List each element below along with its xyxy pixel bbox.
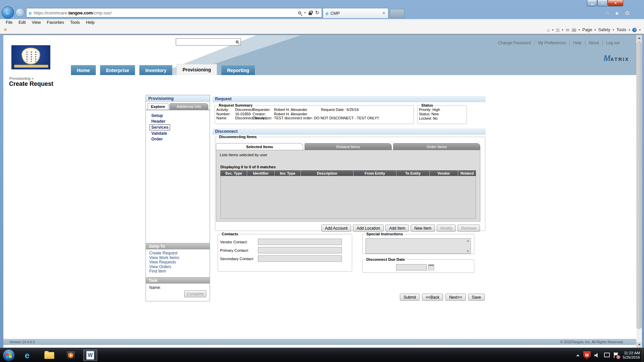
help-icon[interactable]: ? bbox=[632, 28, 637, 32]
action-center-flag-icon[interactable]: ✕ bbox=[613, 352, 619, 358]
vendor-contact-input[interactable] bbox=[258, 239, 342, 245]
forward-button[interactable]: → bbox=[15, 8, 24, 17]
rss-dropdown-icon[interactable]: ▾ bbox=[562, 28, 564, 32]
jumpto-find-item[interactable]: Find Item bbox=[149, 269, 179, 274]
jumpto-view-requests[interactable]: View Requests bbox=[149, 260, 179, 265]
scrollbar-up-button[interactable] bbox=[636, 35, 642, 41]
search-icon[interactable] bbox=[298, 11, 301, 14]
tab-reporting[interactable]: Reporting bbox=[221, 65, 255, 75]
command-home-icon[interactable]: ⌂ bbox=[547, 27, 549, 33]
volume-icon[interactable] bbox=[594, 353, 600, 358]
mail-icon[interactable]: ✉ bbox=[566, 27, 570, 33]
back-step-button[interactable]: <<Back bbox=[422, 294, 443, 301]
page-menu[interactable]: Page bbox=[582, 27, 592, 32]
due-date-input[interactable] bbox=[396, 264, 427, 270]
header-search-input[interactable] bbox=[177, 40, 236, 44]
mcafee-icon[interactable]: M bbox=[583, 351, 591, 359]
add-account-button[interactable]: Add Account bbox=[321, 225, 351, 232]
calendar-icon[interactable] bbox=[428, 264, 434, 270]
tab-home[interactable]: Home bbox=[71, 65, 96, 75]
home-icon[interactable]: ⌂ bbox=[605, 10, 609, 17]
tab-related-items[interactable]: Related Items bbox=[305, 143, 392, 150]
network-icon[interactable] bbox=[603, 353, 609, 358]
scrollbar-thumb[interactable] bbox=[637, 41, 642, 329]
rss-feed-icon[interactable] bbox=[556, 28, 559, 32]
tab-explore[interactable]: Explore bbox=[148, 103, 168, 110]
link-log-out[interactable]: Log out bbox=[602, 41, 623, 45]
back-button[interactable]: ← bbox=[2, 6, 14, 19]
tab-additional-info[interactable]: Additional Info bbox=[169, 103, 208, 110]
address-bar[interactable]: e https://commcare.tangoe.com/cmp-soc/ ▾… bbox=[26, 8, 322, 17]
scroll-up-icon[interactable] bbox=[467, 240, 469, 242]
link-my-preferences[interactable]: My Preferences bbox=[534, 41, 570, 45]
taskbar-word-button[interactable]: W bbox=[83, 350, 97, 361]
seal-banner bbox=[14, 65, 48, 68]
window-close-button[interactable]: ✕ bbox=[608, 0, 623, 6]
page-dropdown-icon[interactable]: ▾ bbox=[594, 28, 596, 32]
primary-contact-input[interactable] bbox=[258, 247, 342, 253]
taskbar-explorer-button[interactable] bbox=[42, 350, 56, 361]
print-icon[interactable] bbox=[572, 29, 576, 32]
link-help[interactable]: Help bbox=[570, 41, 585, 45]
new-item-button[interactable]: New Item bbox=[411, 225, 435, 232]
search-dropdown-icon[interactable]: ▾ bbox=[304, 11, 306, 14]
tools-menu[interactable]: Tools bbox=[616, 27, 626, 32]
start-button[interactable] bbox=[3, 349, 15, 361]
home-dropdown-icon[interactable]: ▾ bbox=[552, 28, 554, 32]
add-item-button[interactable]: Add Item bbox=[385, 225, 409, 232]
breadcrumb[interactable]: Provisioning > bbox=[9, 76, 34, 80]
window-restore-button[interactable] bbox=[597, 0, 607, 6]
hidden-icons-chevron[interactable] bbox=[576, 354, 580, 356]
menu-item-help[interactable]: Help bbox=[83, 19, 98, 25]
page-scrollbar[interactable] bbox=[636, 35, 642, 348]
menu-item-view[interactable]: View bbox=[29, 19, 44, 25]
refresh-icon[interactable]: ↻ bbox=[315, 10, 319, 16]
new-tab-button[interactable] bbox=[390, 9, 405, 18]
explore-link-validate[interactable]: Validate bbox=[151, 131, 167, 136]
help-dropdown-icon[interactable]: ▾ bbox=[639, 28, 641, 32]
next-step-button[interactable]: Next>> bbox=[445, 294, 466, 301]
explore-link-order[interactable]: Order bbox=[151, 137, 163, 141]
tab-order-items[interactable]: Order Items bbox=[393, 143, 480, 150]
tab-close-icon[interactable]: ✕ bbox=[382, 11, 385, 15]
tab-selected-items[interactable]: Selected Items bbox=[216, 143, 303, 150]
explore-link-setup[interactable]: Setup bbox=[151, 113, 163, 118]
favorites-star-icon[interactable]: ★ bbox=[614, 10, 620, 17]
scroll-down-icon[interactable] bbox=[467, 250, 469, 252]
window-minimize-button[interactable] bbox=[587, 0, 597, 6]
taskbar-clock[interactable]: 11:22 AM 5/25/2016 bbox=[623, 351, 641, 360]
explore-link-header[interactable]: Header bbox=[151, 119, 165, 124]
tab-inventory[interactable]: Inventory bbox=[139, 65, 172, 75]
link-change-password[interactable]: Change Password bbox=[495, 41, 534, 45]
favorites-bar-star-icon[interactable]: ★ bbox=[3, 27, 8, 32]
save-button[interactable]: Save bbox=[468, 294, 485, 301]
menu-item-file[interactable]: File bbox=[3, 19, 15, 25]
menu-item-favorites[interactable]: Favorites bbox=[44, 19, 67, 25]
jumpto-view-work-items[interactable]: View Work Items bbox=[149, 256, 179, 260]
add-location-button[interactable]: Add Location bbox=[353, 225, 384, 232]
textarea-scrollbar[interactable] bbox=[466, 239, 470, 253]
taskbar-ie-button[interactable]: e bbox=[20, 350, 34, 361]
show-desktop-button[interactable] bbox=[642, 348, 644, 362]
menu-item-tools[interactable]: Tools bbox=[67, 19, 83, 25]
tools-dropdown-icon[interactable]: ▾ bbox=[629, 28, 630, 32]
print-dropdown-icon[interactable]: ▾ bbox=[579, 28, 580, 32]
safety-menu[interactable]: Safety bbox=[598, 27, 610, 32]
link-about[interactable]: About bbox=[585, 41, 602, 45]
special-instructions-textarea[interactable] bbox=[366, 238, 471, 254]
scrollbar-down-button[interactable] bbox=[636, 342, 642, 348]
settings-gear-icon[interactable]: ⚙ bbox=[625, 10, 630, 17]
header-search-icon[interactable] bbox=[236, 41, 238, 43]
jumpto-create-request[interactable]: Create Request bbox=[149, 251, 179, 256]
tab-enterprise[interactable]: Enterprise bbox=[100, 65, 135, 75]
taskbar-media-button[interactable] bbox=[64, 350, 78, 361]
browser-tab-cmp[interactable]: e CMP ✕ bbox=[323, 8, 388, 18]
tab-provisioning[interactable]: Provisioning bbox=[176, 64, 217, 75]
jumpto-view-orders[interactable]: View Orders bbox=[149, 265, 179, 269]
submit-button[interactable]: Submit bbox=[400, 294, 420, 301]
selected-items-panel: Lists Items selected by user Displaying … bbox=[216, 150, 480, 222]
safety-dropdown-icon[interactable]: ▾ bbox=[612, 28, 614, 32]
menu-item-edit[interactable]: Edit bbox=[15, 19, 29, 25]
secondary-contact-input[interactable] bbox=[258, 255, 342, 262]
explore-link-services[interactable]: Services bbox=[150, 125, 170, 130]
